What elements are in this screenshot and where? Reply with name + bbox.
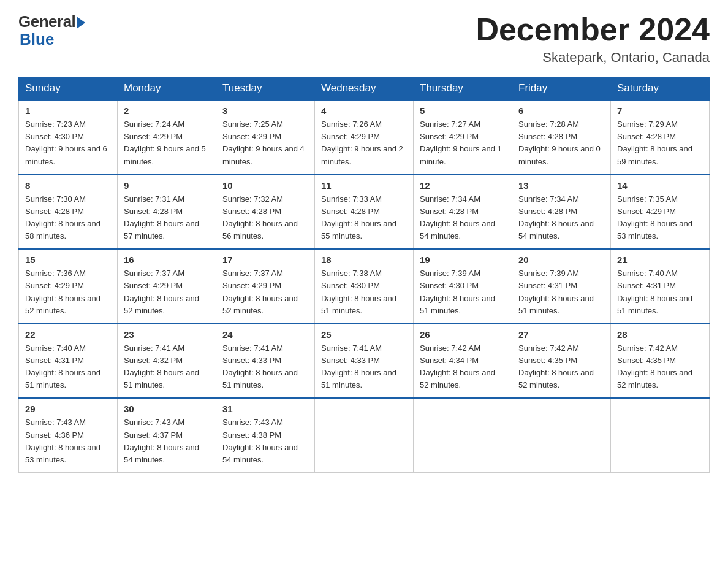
day-number: 19 [420,255,506,265]
day-info: Sunrise: 7:39 AM Sunset: 4:30 PM Dayligh… [420,267,506,317]
daylight-label: Daylight: [222,294,256,303]
logo-arrow-icon [77,17,85,29]
table-row: 21 Sunrise: 7:40 AM Sunset: 4:31 PM Dayl… [611,249,710,324]
sunset-value: 4:34 PM [449,356,479,365]
sunset-value: 4:28 PM [252,207,281,216]
sunrise-label: Sunrise: [617,269,648,278]
day-number: 21 [617,255,703,265]
table-row [315,398,414,472]
sunrise-label: Sunrise: [124,343,155,353]
sunset-value: 4:28 PM [351,207,380,216]
sunrise-value: 7:30 AM [56,194,86,204]
day-number: 23 [124,329,210,340]
sunset-value: 4:29 PM [252,132,281,141]
daylight-label: Daylight: [420,294,453,303]
sunset-label: Sunset: [518,132,548,141]
day-number: 24 [222,329,308,340]
table-row: 12 Sunrise: 7:34 AM Sunset: 4:28 PM Dayl… [414,175,512,250]
sunrise-value: 7:25 AM [254,120,283,129]
sunrise-value: 7:43 AM [56,418,86,427]
day-info: Sunrise: 7:30 AM Sunset: 4:28 PM Dayligh… [25,193,111,243]
day-info: Sunrise: 7:37 AM Sunset: 4:29 PM Dayligh… [124,267,210,317]
calendar-table: Sunday Monday Tuesday Wednesday Thursday… [18,77,710,473]
sunrise-label: Sunrise: [420,194,451,204]
day-info: Sunrise: 7:40 AM Sunset: 4:31 PM Dayligh… [617,267,703,317]
table-row: 23 Sunrise: 7:41 AM Sunset: 4:32 PM Dayl… [118,324,216,399]
sunset-label: Sunset: [25,281,55,290]
daylight-label: Daylight: [25,144,58,153]
title-section: December 2024 Skatepark, Ontario, Canada [476,12,710,66]
sunset-label: Sunset: [222,281,252,290]
col-monday: Monday [118,77,216,101]
daylight-label: Daylight: [617,219,650,228]
sunrise-label: Sunrise: [420,120,451,129]
day-info: Sunrise: 7:42 AM Sunset: 4:34 PM Dayligh… [420,342,506,392]
sunrise-label: Sunrise: [518,120,550,129]
sunset-value: 4:38 PM [252,431,281,440]
day-number: 25 [321,329,407,340]
daylight-label: Daylight: [420,368,453,377]
calendar-week-row: 15 Sunrise: 7:36 AM Sunset: 4:29 PM Dayl… [19,249,710,324]
sunset-value: 4:29 PM [351,132,380,141]
sunrise-value: 7:39 AM [451,269,480,278]
daylight-label: Daylight: [420,144,453,153]
sunset-label: Sunset: [25,207,55,216]
sunrise-value: 7:33 AM [352,194,382,204]
logo-general-text: General [18,12,75,31]
sunrise-label: Sunrise: [25,343,56,353]
table-row: 16 Sunrise: 7:37 AM Sunset: 4:29 PM Dayl… [118,249,216,324]
daylight-label: Daylight: [518,219,552,228]
sunrise-label: Sunrise: [124,418,155,427]
day-info: Sunrise: 7:25 AM Sunset: 4:29 PM Dayligh… [222,118,308,168]
sunset-value: 4:29 PM [646,207,676,216]
sunset-value: 4:32 PM [153,356,183,365]
day-number: 1 [25,105,111,116]
daylight-label: Daylight: [124,144,157,153]
day-number: 11 [321,180,407,191]
col-saturday: Saturday [611,77,710,101]
sunrise-value: 7:24 AM [155,120,184,129]
day-info: Sunrise: 7:41 AM Sunset: 4:33 PM Dayligh… [321,342,407,392]
day-info: Sunrise: 7:29 AM Sunset: 4:28 PM Dayligh… [617,118,703,168]
sunset-label: Sunset: [518,281,548,290]
daylight-label: Daylight: [222,219,256,228]
sunrise-value: 7:41 AM [155,343,184,353]
table-row: 29 Sunrise: 7:43 AM Sunset: 4:36 PM Dayl… [19,398,118,472]
sunset-value: 4:29 PM [153,132,183,141]
daylight-label: Daylight: [222,368,256,377]
day-number: 14 [617,180,703,191]
sunrise-label: Sunrise: [617,120,648,129]
daylight-label: Daylight: [321,368,354,377]
sunrise-label: Sunrise: [518,269,550,278]
col-friday: Friday [512,77,611,101]
calendar-week-row: 22 Sunrise: 7:40 AM Sunset: 4:31 PM Dayl… [19,324,710,399]
table-row: 7 Sunrise: 7:29 AM Sunset: 4:28 PM Dayli… [611,100,710,175]
table-row: 9 Sunrise: 7:31 AM Sunset: 4:28 PM Dayli… [118,175,216,250]
day-info: Sunrise: 7:40 AM Sunset: 4:31 PM Dayligh… [25,342,111,392]
day-number: 9 [124,180,210,191]
sunrise-value: 7:36 AM [56,269,86,278]
sunrise-label: Sunrise: [25,418,56,427]
sunset-value: 4:36 PM [55,431,84,440]
sunset-value: 4:28 PM [548,132,577,141]
daylight-label: Daylight: [124,219,157,228]
sunset-value: 4:31 PM [55,356,84,365]
sunset-value: 4:28 PM [548,207,577,216]
sunset-value: 4:35 PM [646,356,676,365]
sunrise-label: Sunrise: [222,418,254,427]
daylight-label: Daylight: [25,368,58,377]
col-sunday: Sunday [19,77,118,101]
sunrise-label: Sunrise: [124,120,155,129]
sunset-label: Sunset: [420,356,449,365]
sunset-value: 4:33 PM [252,356,281,365]
day-info: Sunrise: 7:42 AM Sunset: 4:35 PM Dayligh… [617,342,703,392]
day-number: 16 [124,255,210,265]
sunset-label: Sunset: [222,207,252,216]
sunset-label: Sunset: [25,132,55,141]
daylight-label: Daylight: [518,294,552,303]
table-row: 18 Sunrise: 7:38 AM Sunset: 4:30 PM Dayl… [315,249,414,324]
sunrise-label: Sunrise: [617,194,648,204]
sunrise-value: 7:35 AM [648,194,678,204]
sunset-label: Sunset: [25,356,55,365]
sunset-label: Sunset: [617,356,646,365]
